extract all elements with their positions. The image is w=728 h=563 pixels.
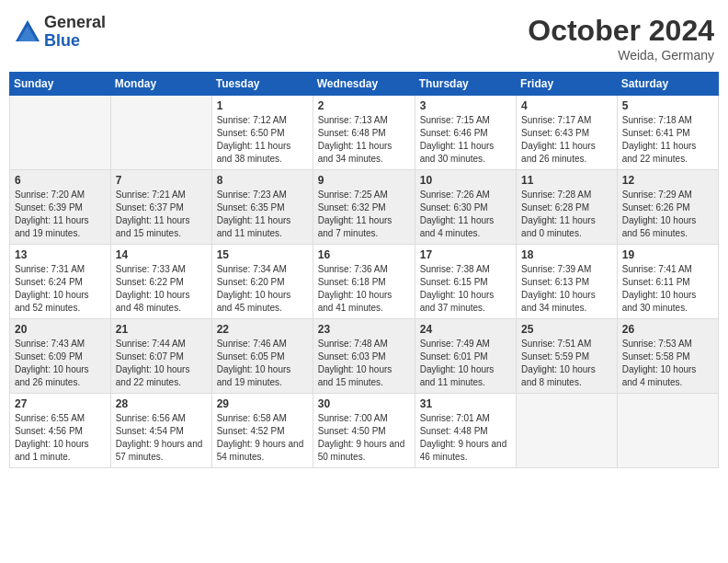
day-number: 17 [420,248,511,261]
calendar-cell: 12Sunrise: 7:29 AM Sunset: 6:26 PM Dayli… [617,170,718,245]
day-detail: Sunrise: 7:18 AM Sunset: 6:41 PM Dayligh… [622,114,713,166]
logo-general-text: General [44,14,106,32]
month-title: October 2024 [528,14,714,48]
calendar-cell [110,96,211,170]
calendar-cell: 18Sunrise: 7:39 AM Sunset: 6:13 PM Dayli… [517,245,618,319]
calendar-cell: 21Sunrise: 7:44 AM Sunset: 6:07 PM Dayli… [110,319,211,394]
day-number: 9 [318,174,410,187]
weekday-header-wednesday: Wednesday [313,73,415,96]
day-number: 13 [15,248,106,261]
calendar-cell: 22Sunrise: 7:46 AM Sunset: 6:05 PM Dayli… [211,319,313,394]
calendar-cell: 13Sunrise: 7:31 AM Sunset: 6:24 PM Dayli… [10,245,111,319]
calendar-week-row: 27Sunrise: 6:55 AM Sunset: 4:56 PM Dayli… [10,394,719,468]
day-detail: Sunrise: 7:49 AM Sunset: 6:01 PM Dayligh… [420,338,511,389]
calendar-cell: 5Sunrise: 7:18 AM Sunset: 6:41 PM Daylig… [617,96,718,170]
day-detail: Sunrise: 7:34 AM Sunset: 6:20 PM Dayligh… [217,263,308,315]
day-number: 30 [318,397,410,410]
calendar-cell [517,394,618,468]
calendar-cell: 20Sunrise: 7:43 AM Sunset: 6:09 PM Dayli… [10,319,111,394]
day-detail: Sunrise: 6:55 AM Sunset: 4:56 PM Dayligh… [15,412,106,464]
day-number: 21 [116,323,207,336]
day-detail: Sunrise: 7:33 AM Sunset: 6:22 PM Dayligh… [116,263,207,315]
day-number: 2 [318,99,410,112]
day-number: 20 [15,323,106,336]
weekday-header-sunday: Sunday [10,73,111,96]
calendar-cell: 1Sunrise: 7:12 AM Sunset: 6:50 PM Daylig… [211,96,313,170]
day-number: 6 [15,174,106,187]
calendar-cell: 9Sunrise: 7:25 AM Sunset: 6:32 PM Daylig… [313,170,415,245]
day-detail: Sunrise: 7:29 AM Sunset: 6:26 PM Dayligh… [622,189,713,240]
day-detail: Sunrise: 7:23 AM Sunset: 6:35 PM Dayligh… [217,189,308,240]
day-number: 16 [318,248,410,261]
calendar-cell: 19Sunrise: 7:41 AM Sunset: 6:11 PM Dayli… [617,245,718,319]
day-detail: Sunrise: 7:26 AM Sunset: 6:30 PM Dayligh… [420,189,511,240]
weekday-header-saturday: Saturday [617,73,718,96]
calendar-week-row: 20Sunrise: 7:43 AM Sunset: 6:09 PM Dayli… [10,319,719,394]
location-text: Weida, Germany [528,48,714,63]
day-detail: Sunrise: 7:15 AM Sunset: 6:46 PM Dayligh… [420,114,511,166]
day-number: 27 [15,397,106,410]
day-number: 18 [521,248,612,261]
weekday-header-tuesday: Tuesday [211,73,313,96]
calendar-cell: 30Sunrise: 7:00 AM Sunset: 4:50 PM Dayli… [313,394,415,468]
day-number: 10 [420,174,511,187]
day-detail: Sunrise: 7:12 AM Sunset: 6:50 PM Dayligh… [217,114,308,166]
calendar-cell: 25Sunrise: 7:51 AM Sunset: 5:59 PM Dayli… [517,319,618,394]
day-number: 23 [318,323,410,336]
day-number: 22 [217,323,308,336]
calendar-cell: 16Sunrise: 7:36 AM Sunset: 6:18 PM Dayli… [313,245,415,319]
calendar-week-row: 13Sunrise: 7:31 AM Sunset: 6:24 PM Dayli… [10,245,719,319]
calendar-cell: 11Sunrise: 7:28 AM Sunset: 6:28 PM Dayli… [517,170,618,245]
day-number: 14 [116,248,207,261]
day-detail: Sunrise: 7:13 AM Sunset: 6:48 PM Dayligh… [318,114,410,166]
calendar-cell: 7Sunrise: 7:21 AM Sunset: 6:37 PM Daylig… [110,170,211,245]
calendar-cell [617,394,718,468]
weekday-header-row: SundayMondayTuesdayWednesdayThursdayFrid… [10,73,719,96]
day-detail: Sunrise: 7:41 AM Sunset: 6:11 PM Dayligh… [622,263,713,315]
title-block: October 2024 Weida, Germany [528,14,714,63]
day-number: 4 [521,99,612,112]
calendar-week-row: 1Sunrise: 7:12 AM Sunset: 6:50 PM Daylig… [10,96,719,170]
day-number: 29 [217,397,308,410]
day-number: 25 [521,323,612,336]
calendar-cell: 10Sunrise: 7:26 AM Sunset: 6:30 PM Dayli… [415,170,516,245]
calendar-cell: 8Sunrise: 7:23 AM Sunset: 6:35 PM Daylig… [211,170,313,245]
day-number: 19 [622,248,713,261]
day-detail: Sunrise: 7:31 AM Sunset: 6:24 PM Dayligh… [15,263,106,315]
day-number: 11 [521,174,612,187]
day-detail: Sunrise: 7:28 AM Sunset: 6:28 PM Dayligh… [521,189,612,240]
calendar-cell: 2Sunrise: 7:13 AM Sunset: 6:48 PM Daylig… [313,96,415,170]
day-detail: Sunrise: 7:48 AM Sunset: 6:03 PM Dayligh… [318,338,410,389]
calendar-cell [10,96,111,170]
day-number: 31 [420,397,511,410]
day-detail: Sunrise: 7:53 AM Sunset: 5:58 PM Dayligh… [622,338,713,389]
calendar-cell: 23Sunrise: 7:48 AM Sunset: 6:03 PM Dayli… [313,319,415,394]
day-detail: Sunrise: 7:20 AM Sunset: 6:39 PM Dayligh… [15,189,106,240]
day-detail: Sunrise: 7:00 AM Sunset: 4:50 PM Dayligh… [318,412,410,464]
weekday-header-friday: Friday [517,73,618,96]
day-number: 8 [217,174,308,187]
day-detail: Sunrise: 7:38 AM Sunset: 6:15 PM Dayligh… [420,263,511,315]
calendar-cell: 24Sunrise: 7:49 AM Sunset: 6:01 PM Dayli… [415,319,516,394]
day-number: 24 [420,323,511,336]
logo-blue-text: Blue [44,32,106,51]
day-detail: Sunrise: 7:39 AM Sunset: 6:13 PM Dayligh… [521,263,612,315]
weekday-header-monday: Monday [110,73,211,96]
day-number: 28 [116,397,207,410]
day-detail: Sunrise: 7:17 AM Sunset: 6:43 PM Dayligh… [521,114,612,166]
calendar-cell: 6Sunrise: 7:20 AM Sunset: 6:39 PM Daylig… [10,170,111,245]
day-number: 26 [622,323,713,336]
calendar-table: SundayMondayTuesdayWednesdayThursdayFrid… [9,72,719,468]
calendar-cell: 3Sunrise: 7:15 AM Sunset: 6:46 PM Daylig… [415,96,516,170]
calendar-cell: 28Sunrise: 6:56 AM Sunset: 4:54 PM Dayli… [110,394,211,468]
day-detail: Sunrise: 7:44 AM Sunset: 6:07 PM Dayligh… [116,338,207,389]
day-number: 12 [622,174,713,187]
day-detail: Sunrise: 6:58 AM Sunset: 4:52 PM Dayligh… [217,412,308,464]
day-number: 3 [420,99,511,112]
weekday-header-thursday: Thursday [415,73,516,96]
day-detail: Sunrise: 6:56 AM Sunset: 4:54 PM Dayligh… [116,412,207,464]
calendar-cell: 14Sunrise: 7:33 AM Sunset: 6:22 PM Dayli… [110,245,211,319]
calendar-cell: 15Sunrise: 7:34 AM Sunset: 6:20 PM Dayli… [211,245,313,319]
calendar-cell: 4Sunrise: 7:17 AM Sunset: 6:43 PM Daylig… [517,96,618,170]
day-detail: Sunrise: 7:51 AM Sunset: 5:59 PM Dayligh… [521,338,612,389]
